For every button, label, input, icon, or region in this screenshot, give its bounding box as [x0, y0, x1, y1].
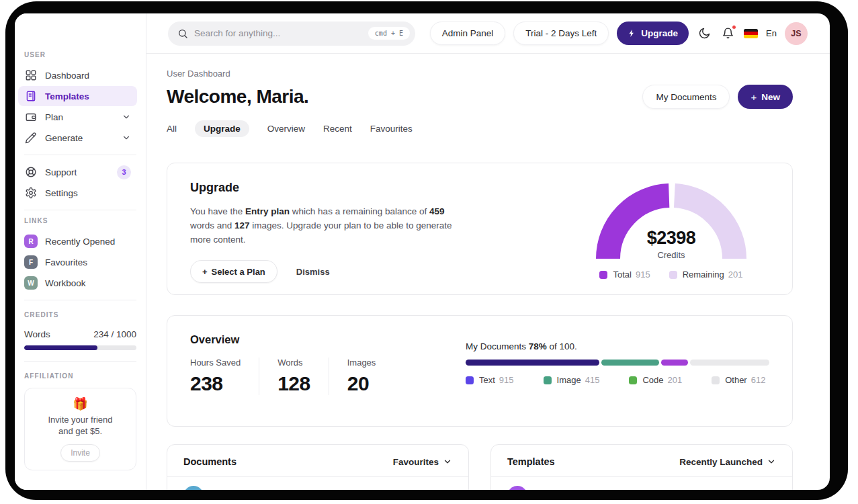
sidebar-item-support[interactable]: Support 3	[18, 162, 137, 182]
gauge-legend: Total 915 Remaining 201	[599, 269, 742, 280]
sidebar-item-workbook[interactable]: W Workbook	[18, 273, 137, 293]
sidebar-item-plan[interactable]: Plan	[18, 107, 137, 127]
template-avatar	[507, 486, 527, 490]
title-row: Welcome, Maria. My Documents + New	[167, 83, 793, 110]
legend-label: Image	[557, 375, 581, 385]
documents-card-header: Documents Favourites	[167, 445, 468, 477]
document-row[interactable]: Untitled Document in Workbook	[167, 477, 468, 490]
legend-value: 612	[751, 375, 766, 385]
sidebar-section-credits-label: CREDITS	[24, 311, 146, 319]
stat-images: Images 20	[347, 358, 394, 395]
sidebar-links-nav: R Recently Opened F Favourites W Workboo…	[18, 231, 137, 293]
documents-filter-dropdown[interactable]: Favourites	[393, 457, 452, 467]
plus-icon: +	[202, 267, 208, 277]
legend-item-remaining: Remaining 201	[669, 269, 743, 280]
documents-card: Documents Favourites Untitled Document i…	[167, 444, 469, 490]
pencil-icon	[24, 131, 38, 144]
sidebar-item-dashboard[interactable]: Dashboard	[18, 65, 137, 85]
legend-label: Other	[725, 375, 747, 385]
legend-item-code: Code 201	[629, 375, 682, 385]
search-input[interactable]: Search for anything... cmd + E	[168, 22, 415, 46]
new-button[interactable]: + New	[738, 85, 793, 109]
chevron-down-icon	[122, 133, 131, 142]
bolt-icon	[628, 29, 636, 38]
chevron-down-icon	[122, 112, 131, 122]
legend-swatch	[629, 376, 637, 384]
legend-value: 915	[636, 269, 650, 280]
templates-card-header: Templates Recently Launched	[491, 445, 792, 477]
tab-recent[interactable]: Recent	[323, 124, 352, 134]
plus-icon: +	[750, 91, 757, 103]
sidebar: USER Dashboard Templates Plan	[15, 13, 146, 490]
stat-value: 238	[190, 372, 241, 395]
select-plan-button[interactable]: + Select a Plan	[190, 260, 277, 283]
topbar-actions: Admin Panel Trial - 2 Days Left Upgrade …	[430, 22, 808, 45]
sidebar-item-recently-opened[interactable]: R Recently Opened	[18, 231, 137, 251]
tab-upgrade[interactable]: Upgrade	[195, 120, 249, 137]
sidebar-secondary-nav: Support 3 Settings	[18, 162, 137, 203]
upgrade-card-text: Upgrade You have the Entry plan which ha…	[190, 181, 486, 278]
sidebar-item-favourites[interactable]: F Favourites	[18, 252, 137, 272]
stacked-progress-bar	[466, 360, 769, 366]
upgrade-card: Upgrade You have the Entry plan which ha…	[167, 163, 793, 295]
invite-button[interactable]: Invite	[60, 444, 100, 462]
topbar: Search for anything... cmd + E Admin Pan…	[146, 13, 830, 54]
template-row[interactable]: Blog Post Title in Workbook	[491, 477, 792, 490]
sidebar-section-user-label: USER	[24, 51, 146, 58]
gauge-label: Credits	[595, 250, 747, 260]
stat-label: Images	[347, 358, 376, 368]
progress-legend: Text 915 Image 415 Code 201	[466, 375, 769, 385]
upgrade-button-label: Upgrade	[641, 28, 678, 38]
templates-filter-dropdown[interactable]: Recently Launched	[679, 457, 776, 467]
sidebar-item-label: Workbook	[45, 278, 131, 288]
main-area: Search for anything... cmd + E Admin Pan…	[146, 13, 830, 490]
german-flag-icon[interactable]	[744, 29, 758, 38]
document-avatar	[183, 486, 204, 490]
user-avatar[interactable]: JS	[785, 22, 808, 45]
dark-mode-toggle[interactable]	[697, 26, 712, 41]
divider	[24, 210, 136, 210]
language-selector[interactable]: En	[766, 28, 777, 38]
app-window: USER Dashboard Templates Plan	[15, 13, 830, 490]
templates-card: Templates Recently Launched Blog Post Ti…	[490, 444, 793, 490]
affiliation-text-line2: and get $5.	[32, 426, 129, 437]
tab-all[interactable]: All	[167, 124, 177, 134]
gauge-arc: $2398 Credits	[595, 181, 747, 260]
credits-progress-bar	[24, 345, 136, 350]
notifications-button[interactable]	[720, 26, 736, 41]
tab-overview[interactable]: Overview	[267, 124, 305, 134]
overview-card-title: Overview	[190, 333, 445, 346]
sidebar-item-label: Settings	[45, 188, 131, 198]
sidebar-item-label: Favourites	[45, 257, 131, 267]
my-documents-button[interactable]: My Documents	[642, 85, 730, 109]
sidebar-item-generate[interactable]: Generate	[18, 128, 137, 148]
title-actions: My Documents + New	[642, 85, 793, 109]
upgrade-card-body: You have the Entry plan which has a rema…	[190, 204, 464, 247]
search-shortcut-badge: cmd + E	[368, 27, 410, 40]
legend-item-text: Text 915	[466, 375, 514, 385]
tab-favourites[interactable]: Favourites	[370, 124, 413, 134]
overview-stats: Overview Hours Saved 238 Words 128 Image…	[190, 333, 445, 409]
window-frame: USER Dashboard Templates Plan	[5, 1, 848, 500]
page-title: Welcome, Maria.	[167, 86, 642, 108]
affiliation-text-line1: Invite your friend	[32, 415, 129, 426]
documents-progress-chart: My Documents 78% of 100. Text 915	[466, 341, 769, 409]
admin-panel-button[interactable]: Admin Panel	[430, 22, 506, 45]
gear-icon	[24, 186, 38, 200]
wallet-icon	[24, 110, 38, 124]
legend-swatch	[466, 376, 474, 384]
trial-status-button[interactable]: Trial - 2 Days Left	[513, 22, 609, 45]
divider	[24, 361, 136, 362]
sidebar-item-settings[interactable]: Settings	[18, 183, 137, 203]
upgrade-button[interactable]: Upgrade	[617, 22, 689, 45]
sidebar-section-affiliation-label: AFFILIATION	[24, 372, 146, 380]
credits-progress-fill	[24, 345, 97, 350]
legend-item-image: Image 415	[544, 375, 600, 385]
link-initial-badge: W	[24, 276, 38, 290]
dismiss-button[interactable]: Dismiss	[296, 267, 330, 277]
upgrade-card-title: Upgrade	[190, 181, 486, 195]
search-icon	[177, 28, 188, 39]
credits-usage-widget: Words 234 / 1000	[24, 329, 136, 350]
sidebar-item-templates[interactable]: Templates	[18, 86, 137, 106]
sidebar-item-label: Plan	[45, 112, 122, 122]
